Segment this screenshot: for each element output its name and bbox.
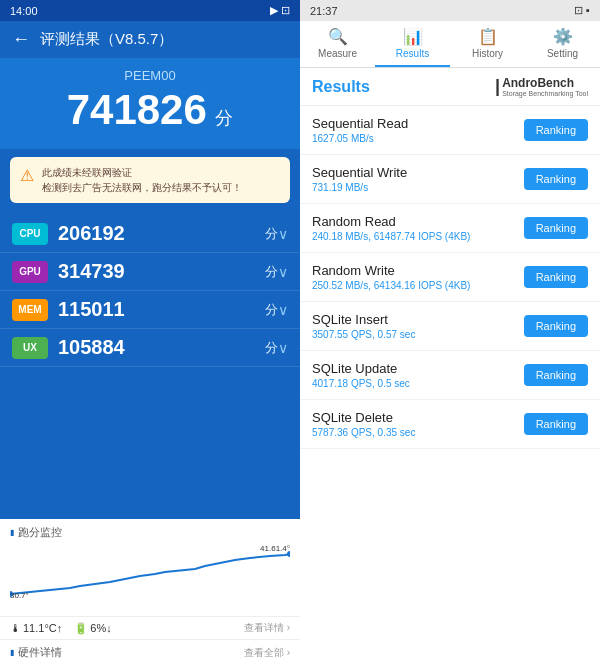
warning-box: ⚠ 此成绩未经联网验证 检测到去广告无法联网，跑分结果不予认可！	[10, 157, 290, 203]
cpu-unit: 分	[265, 225, 278, 243]
history-icon: 📋	[478, 27, 498, 46]
rand-write-name: Random Write	[312, 263, 524, 278]
tab-results[interactable]: 📊 Results	[375, 21, 450, 67]
rand-write-ranking-button[interactable]: Ranking	[524, 266, 588, 288]
left-header: ← 评测结果（V8.5.7）	[0, 21, 300, 58]
logo-name: AndroBench	[502, 76, 574, 90]
score-section: PEEM00 741826 分	[0, 58, 300, 149]
metric-row-gpu[interactable]: GPU 314739 分 ∨	[0, 253, 300, 291]
results-header: Results | AndroBench Storage Benchmarkin…	[300, 68, 600, 106]
benchmark-list: Sequential Read 1627.05 MB/s Ranking Seq…	[300, 106, 600, 665]
chart-icon: 📊	[403, 27, 423, 46]
ux-badge: UX	[12, 337, 48, 359]
chart-label-top-right: 41.61.4°	[260, 544, 290, 553]
logo-tagline: Storage Benchmarking Tool	[502, 90, 588, 97]
sqlite-delete-ranking-button[interactable]: Ranking	[524, 413, 588, 435]
cpu-value: 206192	[58, 222, 263, 245]
hardware-link[interactable]: 查看全部 ›	[244, 646, 290, 660]
mem-badge: MEM	[12, 299, 48, 321]
gpu-chevron-icon: ∨	[278, 264, 288, 280]
chart-label-bottom-left: 30.7°	[10, 591, 29, 600]
chart-section: 跑分监控 41.61.4° 30.7°	[0, 519, 300, 616]
benchmark-sequential-write: Sequential Write 731.19 MB/s Ranking	[300, 155, 600, 204]
warning-icon: ⚠	[20, 166, 34, 185]
benchmark-sqlite-update: SQLite Update 4017.18 QPS, 0.5 sec Ranki…	[300, 351, 600, 400]
metrics-list: CPU 206192 分 ∨ GPU 314739 分 ∨ MEM 115011…	[0, 211, 300, 519]
warning-text: 此成绩未经联网验证 检测到去广告无法联网，跑分结果不予认可！	[42, 165, 242, 195]
tab-measure[interactable]: 🔍 Measure	[300, 21, 375, 67]
chart-svg	[10, 544, 290, 604]
seq-read-ranking-button[interactable]: Ranking	[524, 119, 588, 141]
mem-chevron-icon: ∨	[278, 302, 288, 318]
mem-unit: 分	[265, 301, 278, 319]
seq-write-name: Sequential Write	[312, 165, 524, 180]
search-icon: 🔍	[328, 27, 348, 46]
left-battery-icon: ▶ ⊡	[270, 4, 290, 17]
mem-value: 115011	[58, 298, 263, 321]
back-button[interactable]: ←	[12, 29, 30, 50]
rand-read-ranking-button[interactable]: Ranking	[524, 217, 588, 239]
benchmark-sqlite-delete: SQLite Delete 5787.36 QPS, 0.35 sec Rank…	[300, 400, 600, 449]
left-status-bar: 14:00 ▶ ⊡	[0, 0, 300, 21]
rand-read-value: 240.18 MB/s, 61487.74 IOPS (4KB)	[312, 231, 524, 242]
rand-read-name: Random Read	[312, 214, 524, 229]
battery-icon: 🔋	[74, 622, 88, 635]
seq-read-name: Sequential Read	[312, 116, 524, 131]
cpu-chevron-icon: ∨	[278, 226, 288, 242]
sqlite-delete-value: 5787.36 QPS, 0.35 sec	[312, 427, 524, 438]
metric-row-ux[interactable]: UX 105884 分 ∨	[0, 329, 300, 367]
results-title: Results	[312, 78, 370, 96]
sqlite-insert-value: 3507.55 QPS, 0.57 sec	[312, 329, 524, 340]
sqlite-insert-name: SQLite Insert	[312, 312, 524, 327]
tab-setting[interactable]: ⚙️ Setting	[525, 21, 600, 67]
androbench-logo: | AndroBench Storage Benchmarking Tool	[495, 76, 588, 97]
tab-results-label: Results	[396, 48, 429, 59]
tab-measure-label: Measure	[318, 48, 357, 59]
right-panel: 21:37 ⊡ ▪ 🔍 Measure 📊 Results 📋 History …	[300, 0, 600, 665]
benchmark-random-write: Random Write 250.52 MB/s, 64134.16 IOPS …	[300, 253, 600, 302]
benchmark-sequential-read: Sequential Read 1627.05 MB/s Ranking	[300, 106, 600, 155]
score-number: 741826	[67, 86, 207, 133]
gear-icon: ⚙️	[553, 27, 573, 46]
tab-setting-label: Setting	[547, 48, 578, 59]
battery-display: 🔋 6%↓	[74, 622, 111, 635]
sqlite-update-ranking-button[interactable]: Ranking	[524, 364, 588, 386]
ux-value: 105884	[58, 336, 263, 359]
tab-history[interactable]: 📋 History	[450, 21, 525, 67]
chart-detail-link[interactable]: 查看详情 ›	[244, 621, 290, 635]
sqlite-delete-name: SQLite Delete	[312, 410, 524, 425]
score-unit: 分	[215, 108, 233, 128]
seq-write-value: 731.19 MB/s	[312, 182, 524, 193]
hardware-label: 硬件详情	[10, 645, 62, 660]
ux-chevron-icon: ∨	[278, 340, 288, 356]
seq-read-value: 1627.05 MB/s	[312, 133, 524, 144]
rand-write-value: 250.52 MB/s, 64134.16 IOPS (4KB)	[312, 280, 524, 291]
chart-footer: 🌡 11.1°C↑ 🔋 6%↓ 查看详情 ›	[0, 616, 300, 639]
gpu-value: 314739	[58, 260, 263, 283]
benchmark-sqlite-insert: SQLite Insert 3507.55 QPS, 0.57 sec Rank…	[300, 302, 600, 351]
right-status-bar: 21:37 ⊡ ▪	[300, 0, 600, 21]
header-title: 评测结果（V8.5.7）	[40, 30, 173, 49]
seq-write-ranking-button[interactable]: Ranking	[524, 168, 588, 190]
chart-area: 41.61.4° 30.7°	[10, 544, 290, 614]
right-nav: 🔍 Measure 📊 Results 📋 History ⚙️ Setting	[300, 21, 600, 68]
benchmark-random-read: Random Read 240.18 MB/s, 61487.74 IOPS (…	[300, 204, 600, 253]
gpu-badge: GPU	[12, 261, 48, 283]
score-display: 741826 分	[0, 87, 300, 133]
ux-unit: 分	[265, 339, 278, 357]
left-time: 14:00	[10, 5, 38, 17]
metric-row-mem[interactable]: MEM 115011 分 ∨	[0, 291, 300, 329]
sqlite-insert-ranking-button[interactable]: Ranking	[524, 315, 588, 337]
chart-title: 跑分监控	[10, 525, 290, 540]
metric-row-cpu[interactable]: CPU 206192 分 ∨	[0, 215, 300, 253]
gpu-unit: 分	[265, 263, 278, 281]
sqlite-update-name: SQLite Update	[312, 361, 524, 376]
hardware-footer: 硬件详情 查看全部 ›	[0, 639, 300, 665]
right-time: 21:37	[310, 5, 338, 17]
left-panel: 14:00 ▶ ⊡ ← 评测结果（V8.5.7） PEEM00 741826 分…	[0, 0, 300, 665]
right-battery-icon: ⊡ ▪	[574, 4, 590, 17]
sqlite-update-value: 4017.18 QPS, 0.5 sec	[312, 378, 524, 389]
temperature-display: 🌡 11.1°C↑	[10, 622, 62, 634]
device-name: PEEM00	[0, 68, 300, 83]
tab-history-label: History	[472, 48, 503, 59]
